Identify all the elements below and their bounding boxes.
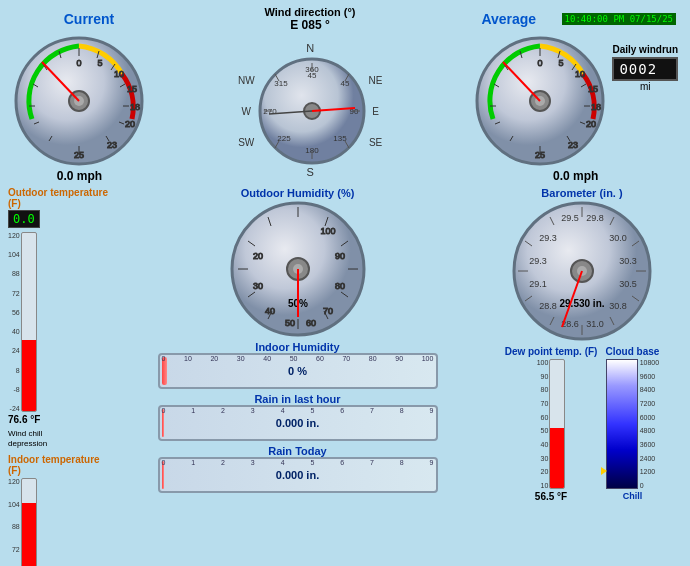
indoor-humidity-label: Indoor Humidity [255,341,339,353]
svg-text:45: 45 [307,71,316,80]
wind-direction-label: Wind direction (°) [264,6,355,18]
indoor-humidity-bar: 0 10 20 30 40 50 60 70 80 90 100 0 % [158,353,438,389]
left-panel: Outdoor temperature (F) 0.0 120104887256… [8,187,113,566]
dew-point-thermometer [549,359,565,489]
wind-chill-label: Wind chilldepression [8,429,47,448]
wind-direction-value: E 085 ° [264,18,355,32]
svg-text:30.5: 30.5 [619,279,637,289]
chill-label: Chill [623,491,643,501]
current-speed-gauge: 0 5 10 15 18 20 23 25 [12,34,147,183]
timestamp: 10:40:00 PM 07/15/25 [562,13,676,25]
windrun-label: Daily windrun [612,44,678,55]
indoor-humidity-value: 0 % [288,365,307,377]
svg-text:5: 5 [559,58,564,68]
svg-text:31.0: 31.0 [586,319,604,329]
svg-text:18: 18 [591,102,601,112]
barometer-label: Barometer (in. ) [541,187,622,199]
svg-text:30.0: 30.0 [609,233,627,243]
svg-text:23: 23 [568,140,578,150]
humidity-gauge-svg: 20 30 40 50 60 70 80 90 100 [228,199,368,339]
compass-nw: NW [238,75,255,86]
windrun-unit: mi [612,81,678,92]
cloud-base-bar [606,359,638,489]
svg-text:50: 50 [284,318,294,328]
barometer-gauge-svg: 29.3 29.1 28.8 28.6 31.0 30.8 30.5 30.3 … [510,199,655,344]
svg-text:10: 10 [114,69,124,79]
current-speed-value: 0.0 mph [57,169,102,183]
svg-text:20: 20 [252,251,262,261]
svg-text:18: 18 [130,102,140,112]
svg-text:0: 0 [76,58,81,68]
compass-ne: NE [369,75,383,86]
svg-text:315: 315 [274,79,288,88]
svg-text:29.530 in.: 29.530 in. [559,298,604,309]
full-layout: Current Wind direction (°) E 085 ° Avera… [4,4,686,562]
svg-text:25: 25 [535,150,545,160]
svg-text:100: 100 [320,226,335,236]
rain-today-label: Rain Today [268,445,326,457]
svg-text:29.3: 29.3 [529,256,547,266]
svg-text:23: 23 [107,140,117,150]
dew-point-value: 56.5 °F [535,491,567,502]
svg-text:80: 80 [334,281,344,291]
current-title: Current [14,11,164,27]
indoor-temp-label: Indoor temperature (F) [8,454,113,476]
svg-text:0: 0 [538,58,543,68]
compass-sw: SW [238,137,254,148]
svg-text:25: 25 [74,150,84,160]
indoor-thermometer [21,478,37,566]
compass-w: W [242,106,251,117]
average-title: Average [456,11,562,27]
outdoor-temp-display: 0.0 [8,210,40,228]
svg-text:60: 60 [305,318,315,328]
svg-text:29.1: 29.1 [529,279,547,289]
average-area: 0 5 10 15 18 20 23 [473,34,678,183]
svg-text:10: 10 [575,69,585,79]
cloud-base-label: Cloud base [605,346,659,357]
current-gauge-svg: 0 5 10 15 18 20 23 25 [12,34,147,169]
compass-area: N NW W SW [238,42,383,178]
rain-today-bar: 0 1 2 3 4 5 6 7 8 9 0.000 in. [158,457,438,493]
average-speed-value: 0.0 mph [553,169,598,183]
svg-text:5: 5 [97,58,102,68]
outdoor-temp-scale: 76.6 °F [8,414,113,425]
compass-e: E [372,106,379,117]
daily-windrun: Daily windrun 0002 mi [612,44,678,92]
outdoor-humidity-label: Outdoor Humidity (%) [241,187,355,199]
compass-se: SE [369,137,382,148]
svg-text:28.8: 28.8 [539,301,557,311]
svg-text:30.3: 30.3 [619,256,637,266]
center-panel: Outdoor Humidity (%) 20 30 40 [113,187,482,566]
svg-text:29.8: 29.8 [586,213,604,223]
svg-text:30.8: 30.8 [609,301,627,311]
svg-text:29.5: 29.5 [561,213,579,223]
rain-hour-value: 0.000 in. [276,417,319,429]
compass-south: S [307,166,314,178]
svg-text:90: 90 [334,251,344,261]
svg-text:15: 15 [588,84,598,94]
main-container: Current Wind direction (°) E 085 ° Avera… [0,0,690,566]
svg-text:225: 225 [277,134,291,143]
right-panel: Barometer (in. ) 29.3 29.1 [482,187,682,566]
svg-text:20: 20 [125,119,135,129]
rain-hour-bar: 0 1 2 3 4 5 6 7 8 9 0.000 in. [158,405,438,441]
outdoor-thermometer [21,232,37,412]
outdoor-temp-label: Outdoor temperature (F) [8,187,113,209]
compass-svg: 360 45 45 90 135 180 225 270 315 [257,56,367,166]
dew-point-label: Dew point temp. (F) [505,346,598,357]
svg-text:29.3: 29.3 [539,233,557,243]
windrun-value: 0002 [612,57,678,81]
compass-north: N [306,42,314,54]
rain-today-value: 0.000 in. [276,469,319,481]
svg-text:20: 20 [586,119,596,129]
svg-text:30: 30 [252,281,262,291]
rain-hour-label: Rain in last hour [254,393,340,405]
average-gauge-svg: 0 5 10 15 18 20 23 [473,34,608,169]
svg-text:15: 15 [127,84,137,94]
